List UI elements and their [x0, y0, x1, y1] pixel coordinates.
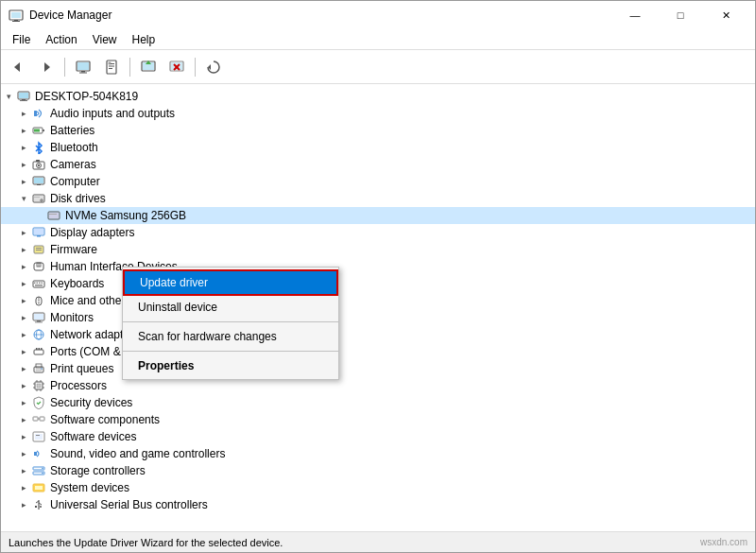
maximize-button[interactable]: □: [659, 1, 702, 29]
menu-action[interactable]: Action: [38, 31, 84, 48]
tree-print[interactable]: Print queues: [1, 360, 755, 377]
menu-help[interactable]: Help: [125, 31, 163, 48]
svg-marker-5: [44, 62, 50, 72]
close-button[interactable]: ✕: [704, 1, 747, 29]
sw-devices-label: Software devices: [50, 430, 136, 443]
storage-icon: [31, 463, 46, 478]
minimize-button[interactable]: —: [613, 1, 657, 29]
tree-monitors[interactable]: Monitors: [1, 309, 755, 326]
ctx-sep-2: [123, 351, 338, 352]
usb-arrow: [16, 497, 31, 512]
ctx-sep-1: [123, 321, 338, 322]
svg-rect-72: [39, 348, 41, 350]
tree-computer[interactable]: Computer: [1, 173, 755, 190]
tree-processors[interactable]: Processors: [1, 377, 755, 394]
tree-ports[interactable]: Ports (COM & LPT): [1, 343, 755, 360]
svg-rect-70: [34, 350, 43, 354]
tree-system[interactable]: System devices: [1, 479, 755, 496]
svg-rect-65: [37, 320, 41, 322]
tree-sw-components[interactable]: Software components: [1, 411, 755, 428]
content-area: DESKTOP-504K819 Audio inputs and outputs: [1, 84, 755, 531]
tree-view[interactable]: DESKTOP-504K819 Audio inputs and outputs: [1, 84, 755, 531]
tree-root[interactable]: DESKTOP-504K819: [1, 88, 755, 105]
svg-rect-93: [36, 435, 40, 436]
tree-usb[interactable]: Universal Serial Bus controllers: [1, 496, 755, 513]
show-device-button[interactable]: [70, 54, 96, 80]
tree-display[interactable]: Display adapters: [1, 224, 755, 241]
back-button[interactable]: [5, 54, 31, 80]
tree-disk-drives[interactable]: Disk drives: [1, 190, 755, 207]
bluetooth-icon: [31, 140, 46, 155]
ctx-properties[interactable]: Properties: [123, 354, 338, 377]
svg-rect-30: [43, 130, 44, 131]
ctx-scan[interactable]: Scan for hardware changes: [123, 325, 338, 348]
storage-label: Storage controllers: [50, 464, 146, 477]
tree-audio[interactable]: Audio inputs and outputs: [1, 105, 755, 122]
tree-keyboards[interactable]: Keyboards: [1, 275, 755, 292]
nvme-label: NVMe Samsung 256GB: [65, 209, 186, 222]
ctx-uninstall[interactable]: Uninstall device: [123, 296, 338, 319]
tree-storage[interactable]: Storage controllers: [1, 462, 755, 479]
svg-rect-55: [34, 283, 36, 285]
svg-rect-50: [36, 250, 42, 251]
security-arrow: [16, 395, 31, 410]
tree-nvme[interactable]: NVMe Samsung 256GB: [1, 207, 755, 224]
ctx-update-driver[interactable]: Update driver: [123, 269, 338, 296]
update-driver-button[interactable]: [135, 54, 162, 80]
cameras-arrow: [16, 157, 31, 172]
scan-button[interactable]: [200, 54, 227, 80]
tree-security[interactable]: Security devices: [1, 394, 755, 411]
monitors-icon: [31, 310, 46, 325]
tree-sw-devices[interactable]: Software devices: [1, 428, 755, 445]
tree-hid[interactable]: Human Interface Devices: [1, 258, 755, 275]
print-arrow: [16, 361, 31, 376]
toolbar-sep-3: [195, 58, 196, 77]
tree-bluetooth[interactable]: Bluetooth: [1, 139, 755, 156]
tree-cameras[interactable]: Cameras: [1, 156, 755, 173]
tree-sound[interactable]: Sound, video and game controllers: [1, 445, 755, 462]
svg-rect-104: [35, 506, 37, 508]
svg-marker-4: [14, 62, 20, 72]
tree-mice[interactable]: Mice and other pointing devices: [1, 292, 755, 309]
processors-icon: [31, 378, 46, 393]
processors-arrow: [16, 378, 31, 393]
svg-rect-66: [35, 322, 43, 323]
security-icon: [31, 395, 46, 410]
forward-button[interactable]: [33, 54, 60, 80]
hid-icon: [31, 259, 46, 274]
print-icon: [31, 361, 46, 376]
tree-network[interactable]: Network adapters: [1, 326, 755, 343]
display-label: Display adapters: [50, 226, 134, 239]
hid-arrow: [16, 259, 31, 274]
uninstall-button[interactable]: [163, 54, 190, 80]
svg-rect-14: [109, 62, 111, 64]
sw-devices-icon: [31, 429, 46, 444]
svg-rect-33: [36, 160, 40, 162]
disk-drives-icon: [31, 191, 46, 206]
tree-batteries[interactable]: Batteries: [1, 122, 755, 139]
usb-icon: [31, 497, 46, 512]
svg-rect-27: [34, 111, 37, 116]
svg-rect-8: [81, 71, 85, 73]
menu-view[interactable]: View: [85, 31, 125, 48]
cameras-label: Cameras: [50, 158, 96, 171]
tree-firmware[interactable]: Firmware: [1, 241, 755, 258]
svg-rect-94: [34, 452, 37, 456]
bluetooth-label: Bluetooth: [50, 141, 98, 154]
properties-button[interactable]: [98, 54, 125, 80]
display-arrow: [16, 225, 31, 240]
security-label: Security devices: [50, 396, 132, 409]
svg-rect-79: [37, 384, 41, 388]
menu-file[interactable]: File: [5, 31, 38, 48]
watermark: wsxdn.com: [700, 537, 747, 547]
system-label: System devices: [50, 481, 129, 494]
keyboards-icon: [31, 276, 46, 291]
disk-drives-arrow: [16, 191, 31, 206]
status-text: Launches the Update Driver Wizard for th…: [9, 537, 283, 548]
svg-rect-25: [22, 99, 26, 100]
batteries-icon: [31, 123, 46, 138]
svg-rect-37: [37, 184, 41, 185]
svg-rect-44: [49, 214, 57, 215]
cameras-icon: [31, 157, 46, 172]
svg-rect-7: [77, 62, 89, 70]
